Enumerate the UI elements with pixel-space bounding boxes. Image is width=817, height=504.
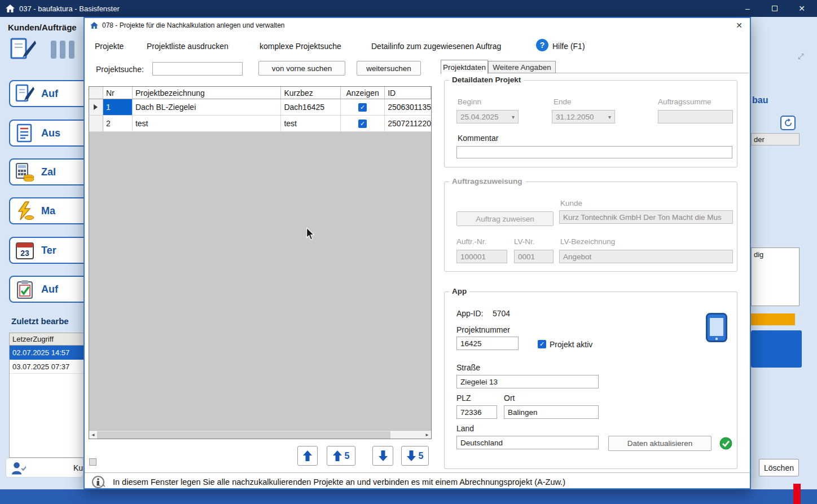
ende-label: Ende — [554, 98, 572, 106]
sidebar-item-ausgang[interactable]: Aus — [9, 120, 94, 147]
grid-row[interactable]: 2 test test ✓ 2507211220 — [89, 116, 431, 132]
search-next-button[interactable]: weitersuchen — [357, 61, 421, 76]
sidebar-item-mahnungen[interactable]: Ma — [9, 197, 94, 224]
land-input[interactable] — [456, 436, 599, 449]
grid-header-nr[interactable]: Nr — [103, 87, 133, 99]
auftrag-zuweisen-button[interactable]: Auftrag zuweisen — [456, 211, 554, 226]
delete-button[interactable]: Löschen — [759, 459, 799, 476]
projektnummer-input[interactable] — [456, 337, 519, 350]
kommentar-label: Kommentar — [458, 134, 498, 143]
kommentar-input[interactable] — [456, 146, 732, 158]
row-up-5-button[interactable]: 5 — [327, 446, 355, 466]
orange-status-bar — [751, 313, 795, 325]
cell-kurzbez[interactable]: Dach16425 — [281, 99, 341, 116]
building-columns-icon[interactable] — [50, 39, 77, 60]
scroll-left-icon[interactable]: ◄ — [89, 432, 97, 437]
group-app: App App-ID: 5704 Projektnummer ✓ Projekt… — [444, 291, 737, 469]
plz-label: PLZ — [456, 394, 471, 403]
horizontal-scrollbar[interactable]: ◄ ► — [89, 430, 431, 439]
sidebar-item-aufgaben[interactable]: Auf — [9, 276, 94, 303]
search-from-start-button[interactable]: von vorne suchen — [258, 61, 345, 76]
strasse-input[interactable] — [456, 375, 599, 388]
calendar-icon: 23 — [15, 241, 34, 260]
close-icon[interactable]: ✕ — [796, 3, 808, 14]
sidebar-item-zahlungen[interactable]: Zal — [9, 158, 94, 185]
cell-id[interactable]: 2507211220 — [385, 116, 431, 132]
ort-input[interactable] — [504, 405, 599, 419]
cell-projektbezeichnung[interactable]: test — [133, 116, 282, 132]
group-title: App — [449, 287, 469, 295]
sidebar-item-termine[interactable]: 23 Ter — [9, 237, 94, 264]
statusbar-text: In diesem Fenster legen Sie alle nachzuk… — [113, 478, 565, 487]
recent-row[interactable]: 02.07.2025 14:57 — [10, 346, 84, 360]
main-window-bottom-edge — [0, 489, 817, 504]
grid-header-id[interactable]: ID — [385, 87, 431, 99]
kunde-label: Kunde — [560, 199, 582, 207]
row-down-5-button[interactable]: 5 — [401, 446, 429, 466]
cell-anzeigen[interactable]: ✓ — [341, 99, 385, 116]
sidebar-item-label: Auf — [41, 88, 58, 100]
minimize-icon[interactable]: – — [741, 3, 754, 14]
menu-projektliste-ausdrucken[interactable]: Projektliste ausdrucken — [147, 39, 229, 53]
window-controls: – ✕ — [741, 3, 811, 14]
chevron-down-icon[interactable]: ▾ — [512, 114, 515, 120]
cell-id[interactable]: 2506301135 — [385, 99, 431, 116]
group-title: Auftragszuweisung — [449, 177, 525, 185]
document-pen-icon[interactable] — [10, 37, 36, 60]
cell-kurzbez[interactable]: test — [281, 116, 341, 132]
row-down-button[interactable] — [372, 446, 393, 466]
row-selector-cell[interactable] — [89, 99, 103, 116]
plz-input[interactable] — [456, 405, 497, 419]
app-id-label: App-ID: — [456, 309, 483, 318]
grid-row[interactable]: 1 Dach BL-Ziegelei Dach16425 ✓ 250630113… — [89, 99, 431, 116]
anzeigen-checkbox[interactable]: ✓ — [358, 103, 367, 112]
sidebar-item-auftraege[interactable]: Auf — [9, 80, 94, 107]
kunde-field: Kurz Tontechnik GmbH Der Ton Macht die M… — [559, 210, 733, 224]
chevron-down-icon[interactable]: ▾ — [608, 114, 611, 120]
ende-datepicker[interactable]: 31.12.2050 ▾ — [552, 110, 615, 123]
cell-anzeigen[interactable]: ✓ — [341, 116, 385, 132]
refresh-icon — [784, 118, 793, 127]
help-icon[interactable]: ? — [536, 39, 548, 51]
grid-header-selector[interactable] — [89, 87, 103, 99]
scroll-right-icon[interactable]: ► — [423, 432, 431, 437]
dialog-close-icon[interactable]: ✕ — [732, 19, 746, 32]
main-titlebar: 037 - baufaktura - Basisfenster – ✕ — [0, 0, 817, 17]
tab-projektdaten[interactable]: Projektdaten — [441, 60, 488, 74]
cell-nr[interactable]: 1 — [103, 99, 133, 116]
beginn-datepicker[interactable]: 25.04.2025 ▾ — [456, 110, 519, 123]
grid-header-anzeigen[interactable]: Anzeigen — [341, 87, 385, 99]
maximize-icon[interactable] — [768, 3, 781, 14]
recent-column-header[interactable]: LetzerZugriff — [10, 333, 84, 346]
expand-icon[interactable]: ⤢ — [798, 52, 803, 61]
project-search-label: Projektsuche: — [96, 65, 144, 74]
menu-hilfe[interactable]: Hilfe (F1) — [552, 39, 585, 53]
menu-projekte[interactable]: Projekte — [95, 39, 124, 53]
project-search-input[interactable] — [152, 62, 243, 76]
menu-detailinfo-auftrag[interactable]: Detailinfo zum zugewiesenen Auftrag — [371, 39, 501, 53]
anzeigen-checkbox[interactable]: ✓ — [358, 120, 367, 128]
cell-nr[interactable]: 2 — [103, 116, 133, 132]
recent-row[interactable]: 03.07.2025 07:37 — [10, 360, 84, 374]
projects-grid: Nr Projektbezeichnung Kurzbez Anzeigen I… — [89, 86, 432, 439]
customer-quickbar[interactable]: Ku — [6, 458, 84, 478]
row-selector-cell[interactable] — [89, 116, 103, 132]
tab-weitere-angaben[interactable]: Weitere Angaben — [488, 61, 556, 73]
info-icon — [91, 475, 106, 489]
daten-aktualisieren-button[interactable]: Daten aktualisieren — [608, 436, 711, 451]
projects-dialog: 078 - Projekte für die Nachkalkulation a… — [84, 17, 751, 489]
lv-bezeichnung-field: Angebot — [559, 250, 733, 263]
dialog-titlebar: 078 - Projekte für die Nachkalkulation a… — [85, 18, 750, 33]
menu-komplexe-projektsuche[interactable]: komplexe Projektsuche — [260, 39, 341, 53]
projekt-aktiv-label: Projekt aktiv — [550, 340, 592, 349]
grid-header-projektbezeichnung[interactable]: Projektbezeichnung — [133, 87, 282, 99]
dialog-title: 078 - Projekte für die Nachkalkulation a… — [102, 21, 285, 29]
bottom-left-checkbox[interactable] — [89, 458, 96, 466]
grid-header-kurzbez[interactable]: Kurzbez — [281, 87, 341, 99]
scrollbar-thumb[interactable] — [97, 431, 390, 439]
projekt-aktiv-checkbox[interactable]: ✓ — [538, 340, 546, 348]
refresh-button[interactable] — [780, 116, 796, 130]
cell-projektbezeichnung[interactable]: Dach BL-Ziegelei — [133, 99, 282, 116]
arrow-down-icon — [379, 450, 388, 461]
row-up-button[interactable] — [297, 446, 318, 466]
